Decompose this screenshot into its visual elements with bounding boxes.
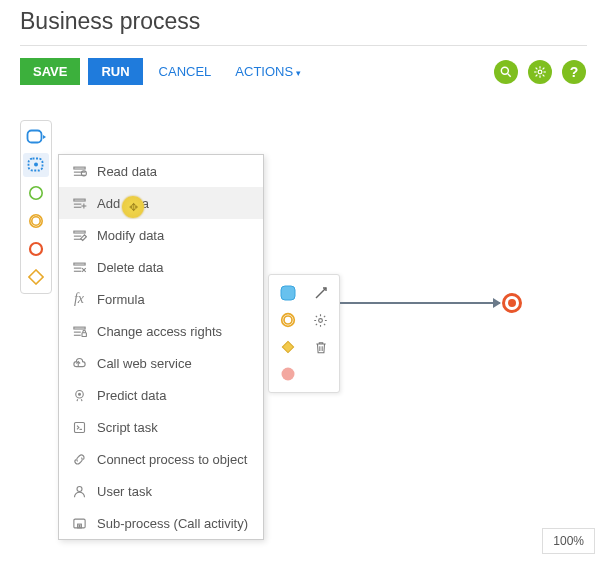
link-icon — [71, 451, 87, 467]
svg-point-0 — [501, 67, 508, 74]
palette-task[interactable] — [23, 125, 49, 149]
formula-icon: fx — [71, 291, 87, 307]
ctx-shape-yellow[interactable] — [277, 309, 299, 331]
chevron-down-icon: ▾ — [296, 68, 301, 78]
predict-icon — [71, 387, 87, 403]
add-icon — [71, 195, 87, 211]
svg-rect-18 — [29, 270, 43, 284]
svg-point-17 — [30, 243, 42, 255]
svg-rect-11 — [28, 131, 42, 143]
svg-rect-36 — [73, 327, 84, 329]
menu-item-label: Script task — [97, 420, 158, 435]
menu-item-label: Connect process to object — [97, 452, 247, 467]
svg-rect-23 — [73, 199, 84, 201]
menu-call-web[interactable]: Call web service — [59, 347, 263, 379]
user-icon — [71, 483, 87, 499]
svg-rect-28 — [73, 231, 84, 233]
menu-item-label: Change access rights — [97, 324, 222, 339]
palette-event-red[interactable] — [23, 237, 49, 261]
svg-point-2 — [538, 70, 542, 74]
menu-add-data[interactable]: Add data — [59, 187, 263, 219]
page-title: Business process — [0, 0, 607, 45]
lock-icon — [71, 323, 87, 339]
menu-item-label: Delete data — [97, 260, 164, 275]
svg-point-53 — [284, 316, 292, 324]
svg-point-56 — [281, 368, 294, 381]
script-icon — [71, 419, 87, 435]
palette-task-dashed[interactable] — [23, 153, 49, 177]
svg-line-51 — [316, 288, 326, 298]
settings-button[interactable] — [527, 59, 553, 85]
save-button[interactable]: SAVE — [20, 58, 80, 85]
svg-rect-55 — [282, 341, 293, 352]
menu-script[interactable]: Script task — [59, 411, 263, 443]
svg-point-16 — [32, 217, 40, 225]
menu-modify-data[interactable]: Modify data — [59, 219, 263, 251]
menu-item-label: Read data — [97, 164, 157, 179]
menu-item-label: Call web service — [97, 356, 192, 371]
palette-event-yellow[interactable] — [23, 209, 49, 233]
palette-event-green[interactable] — [23, 181, 49, 205]
svg-line-10 — [543, 67, 545, 69]
svg-line-8 — [543, 74, 545, 76]
svg-rect-50 — [281, 286, 295, 300]
svg-rect-39 — [82, 332, 86, 336]
ctx-empty — [310, 363, 332, 385]
menu-item-label: Predict data — [97, 388, 166, 403]
delete-icon — [71, 259, 87, 275]
palette-gateway[interactable] — [23, 265, 49, 289]
svg-point-14 — [30, 187, 42, 199]
ctx-pointer[interactable] — [310, 282, 332, 304]
actions-dropdown[interactable]: ACTIONS▾ — [227, 58, 309, 85]
read-icon — [71, 163, 87, 179]
menu-user-task[interactable]: User task — [59, 475, 263, 507]
svg-point-54 — [319, 318, 323, 322]
subprocess-icon — [71, 515, 87, 531]
menu-access-rights[interactable]: Change access rights — [59, 315, 263, 347]
search-icon — [494, 60, 518, 84]
ctx-shape-pink[interactable] — [277, 363, 299, 385]
zoom-level[interactable]: 100% — [542, 528, 595, 554]
menu-item-label: Modify data — [97, 228, 164, 243]
ctx-delete[interactable] — [310, 336, 332, 358]
svg-rect-31 — [73, 263, 84, 265]
toolbar: SAVE RUN CANCEL ACTIONS▾ ? — [0, 52, 607, 91]
search-button[interactable] — [493, 59, 519, 85]
cancel-button[interactable]: CANCEL — [151, 58, 220, 85]
menu-sub-process[interactable]: Sub-process (Call activity) — [59, 507, 263, 539]
svg-line-1 — [508, 73, 511, 76]
svg-line-9 — [536, 74, 538, 76]
modify-icon — [71, 227, 87, 243]
actions-menu: Read data Add data Modify data Delete da… — [58, 154, 264, 540]
menu-predict[interactable]: Predict data — [59, 379, 263, 411]
svg-rect-19 — [73, 167, 84, 169]
svg-point-45 — [77, 486, 82, 491]
cloud-icon — [71, 355, 87, 371]
ctx-shape-diamond[interactable] — [277, 336, 299, 358]
menu-read-data[interactable]: Read data — [59, 155, 263, 187]
gear-icon — [528, 60, 552, 84]
svg-line-7 — [536, 67, 538, 69]
menu-item-label: User task — [97, 484, 152, 499]
ctx-shape-blue[interactable] — [277, 282, 299, 304]
end-event-node[interactable] — [502, 293, 522, 313]
help-icon: ? — [562, 60, 586, 84]
help-button[interactable]: ? — [561, 59, 587, 85]
element-palette — [20, 120, 52, 294]
sequence-flow[interactable] — [340, 302, 500, 304]
menu-formula[interactable]: fxFormula — [59, 283, 263, 315]
svg-point-13 — [34, 163, 38, 167]
menu-delete-data[interactable]: Delete data — [59, 251, 263, 283]
divider — [20, 45, 587, 46]
menu-item-label: Add data — [97, 196, 149, 211]
ctx-settings[interactable] — [310, 309, 332, 331]
menu-item-label: Formula — [97, 292, 145, 307]
node-context-toolbar — [268, 274, 340, 393]
menu-connect[interactable]: Connect process to object — [59, 443, 263, 475]
run-button[interactable]: RUN — [88, 58, 142, 85]
svg-point-42 — [78, 393, 80, 395]
menu-item-label: Sub-process (Call activity) — [97, 516, 248, 531]
